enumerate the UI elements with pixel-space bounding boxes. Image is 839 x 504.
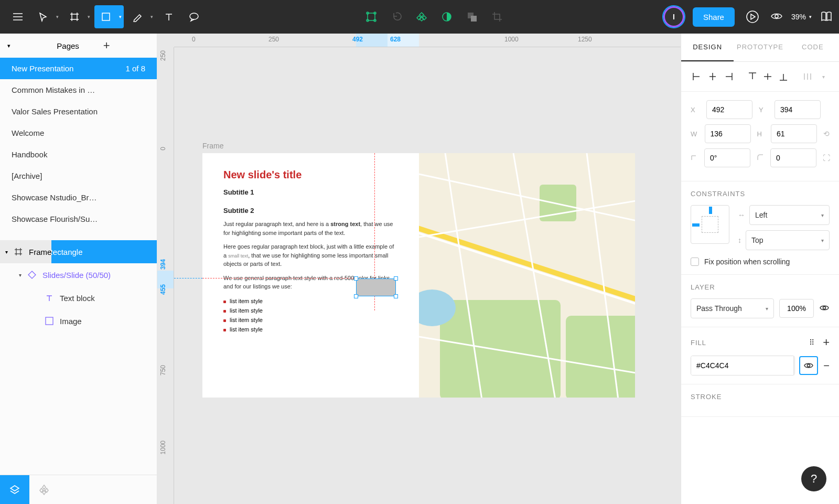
layer-opacity-input[interactable] [779, 299, 814, 318]
eye-icon[interactable] [819, 303, 830, 315]
svg-rect-11 [368, 13, 375, 20]
create-component-icon[interactable] [410, 5, 433, 28]
slide-map-image [419, 153, 636, 398]
align-right-icon[interactable] [722, 69, 735, 84]
ruler-horizontal: 0 250 492 628 1000 1250 [174, 34, 681, 47]
page-item[interactable]: Welcome [0, 122, 157, 144]
rotation-input[interactable] [704, 148, 750, 167]
fix-position-checkbox[interactable]: Fix position when scrolling [691, 258, 830, 266]
ruler-tick: 492 [352, 36, 363, 43]
list-item: list item style [223, 315, 398, 325]
frame-tool[interactable]: ▾ [63, 5, 92, 28]
link-icon[interactable]: ⟲ [823, 130, 830, 138]
distribute-icon[interactable] [801, 69, 814, 84]
ruler-tick: 0 [192, 36, 196, 43]
tab-design[interactable]: DESIGN [681, 34, 734, 61]
selected-rectangle[interactable] [356, 278, 396, 296]
guide-horizontal [174, 278, 202, 278]
image-icon [44, 316, 55, 326]
component-icon [27, 270, 37, 280]
align-vcenter-icon[interactable] [762, 69, 775, 84]
page-item[interactable]: Showcase Nstudio_Br… [0, 187, 157, 208]
resize-handle[interactable] [394, 276, 398, 281]
present-button[interactable] [743, 5, 762, 28]
menu-button[interactable] [6, 5, 29, 28]
add-fill-icon[interactable]: + [823, 336, 830, 349]
ruler-tick: 394 [159, 259, 167, 270]
help-button[interactable]: ? [801, 466, 826, 491]
constraints-widget[interactable] [691, 205, 729, 244]
view-icon[interactable] [770, 10, 783, 24]
align-bottom-icon[interactable] [777, 69, 790, 84]
share-button[interactable]: Share [693, 7, 735, 27]
align-left-icon[interactable] [691, 69, 703, 84]
align-top-icon[interactable] [746, 69, 759, 84]
zoom-control[interactable]: 39%▾ [791, 13, 812, 21]
svg-rect-28 [46, 317, 53, 325]
shape-tool[interactable]: ▾ [94, 5, 124, 28]
reset-icon[interactable] [385, 5, 408, 28]
page-item[interactable]: Showcase Flourish/Su… [0, 208, 157, 230]
add-page-icon[interactable]: + [103, 39, 149, 52]
page-item[interactable]: Common Mistakes in … [0, 79, 157, 101]
svg-point-20 [775, 15, 778, 18]
union-icon[interactable] [460, 5, 483, 28]
tab-prototype[interactable]: PROTOTYPE [734, 34, 786, 61]
page-item[interactable]: Handbook [0, 144, 157, 165]
align-hcenter-icon[interactable] [706, 69, 719, 84]
y-input[interactable] [775, 100, 821, 119]
arrow-h-icon: ↔ [738, 211, 745, 219]
constraint-h-select[interactable]: Left▾ [749, 205, 830, 225]
mask-icon[interactable] [435, 5, 458, 28]
layers-tab[interactable] [0, 475, 29, 504]
fill-visibility-toggle[interactable] [799, 356, 818, 375]
h-input[interactable] [771, 124, 817, 143]
tab-code[interactable]: CODE [787, 34, 839, 61]
text-tool[interactable] [157, 5, 180, 28]
assets-tab[interactable] [29, 475, 59, 504]
fill-hex-input[interactable] [691, 356, 793, 375]
layer-slides[interactable]: ▾ Slides/Slide (50/50) [0, 263, 157, 286]
corner-input[interactable] [770, 148, 816, 167]
pages-header[interactable]: ▾ Pages + [0, 34, 157, 58]
style-icon[interactable]: ⠿ [809, 338, 815, 347]
w-input[interactable] [705, 124, 751, 143]
remove-fill-icon[interactable]: − [823, 360, 830, 372]
constraint-v-select[interactable]: Top▾ [746, 230, 830, 250]
slide-subtitle: Subtitle 1 [223, 188, 398, 196]
x-input[interactable] [706, 100, 752, 119]
more-icon[interactable]: ▾ [817, 69, 830, 84]
resize-handle[interactable] [354, 294, 358, 298]
svg-rect-7 [102, 13, 110, 20]
resize-handle[interactable] [394, 294, 398, 298]
pen-tool[interactable]: ▾ [126, 5, 155, 28]
move-tool[interactable]: ▾ [31, 5, 61, 28]
frame-label[interactable]: Frame [202, 142, 223, 150]
layer-frame[interactable]: ▾ Frame [0, 240, 51, 263]
independent-corners-icon[interactable]: ⛶ [823, 154, 830, 162]
blend-mode-select[interactable]: Pass Through▾ [691, 298, 774, 318]
right-panel: DESIGN PROTOTYPE CODE ▾ X Y W [681, 34, 839, 504]
page-item[interactable]: Valor Sales Presentation [0, 101, 157, 122]
ruler-tick: 1000 [504, 36, 519, 43]
svg-point-19 [747, 11, 758, 23]
crop-icon[interactable] [486, 5, 509, 28]
pages-title: Pages [57, 41, 103, 50]
user-avatar[interactable]: I [663, 6, 684, 27]
frame-icon [13, 246, 24, 257]
page-item[interactable]: [Archive] [0, 165, 157, 187]
stroke-section: STROKE [681, 384, 839, 417]
resize-handle[interactable] [354, 276, 358, 281]
fill-opacity-input[interactable] [793, 356, 795, 375]
layer-textblock[interactable]: Text block [0, 286, 157, 309]
checkbox-icon [691, 258, 699, 266]
canvas-area[interactable]: 0 250 492 628 1000 1250 250 0 394 455 75… [157, 34, 681, 504]
top-toolbar: ▾ ▾ ▾ ▾ I Share 39%▾ [0, 0, 839, 34]
comment-tool[interactable] [182, 5, 206, 28]
component-tool[interactable] [360, 5, 383, 28]
canvas-frame[interactable]: New slide's title Subtitle 1 Subtitle 2 … [202, 153, 635, 398]
page-item[interactable]: New Presentation1 of 8 [0, 58, 157, 79]
library-icon[interactable] [820, 10, 833, 24]
layer-image[interactable]: Image [0, 309, 157, 333]
slide-list: list item style list item style list ite… [223, 296, 398, 334]
